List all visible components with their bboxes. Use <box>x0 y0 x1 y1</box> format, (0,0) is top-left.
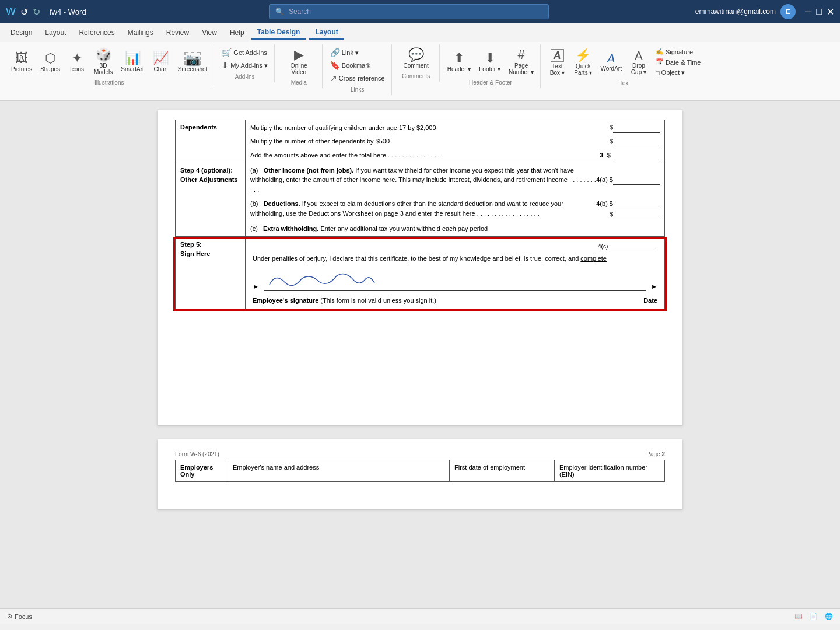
title-bar: W ↺ ↻ fw4 - Word 🔍 Search emmawitman@gma… <box>0 0 840 23</box>
close-button[interactable]: ✕ <box>827 6 834 18</box>
btn-shapes[interactable]: ⬡ Shapes <box>37 50 63 74</box>
step4b: (b) Deductions. If you expect to claim d… <box>250 199 660 219</box>
btn-header[interactable]: ⬆ Header ▾ <box>444 50 474 74</box>
word-logo-icon: W <box>6 6 16 18</box>
btn-get-addins[interactable]: 🛒 Get Add-ins <box>219 47 270 58</box>
tab-view[interactable]: View <box>196 26 223 39</box>
addins-label: Add-ins <box>235 74 255 80</box>
step5-container: Step 5: Sign Here 4(c) <box>175 237 665 311</box>
btn-object[interactable]: □ Object ▾ <box>653 68 704 78</box>
row-total: Add the amounts above and enter the tota… <box>250 150 660 160</box>
title-bar-right: emmawitman@gmail.com E ─ □ ✕ <box>695 4 834 19</box>
tab-mailings[interactable]: Mailings <box>122 26 159 39</box>
btn-icons[interactable]: ✦ Icons <box>65 50 89 74</box>
text-box-icon: A <box>551 49 564 62</box>
page-number-icon: # <box>517 48 524 61</box>
btn-drop-cap[interactable]: A DropCap ▾ <box>627 48 650 77</box>
tab-review[interactable]: Review <box>160 26 195 39</box>
tab-design[interactable]: Design <box>5 26 38 39</box>
header-footer-buttons: ⬆ Header ▾ ⬇ Footer ▾ # PageNumber ▾ <box>444 47 537 77</box>
btn-3d-models[interactable]: 🎲 3DModels <box>91 47 116 77</box>
btn-bookmark[interactable]: 🔖 Bookmark <box>327 60 388 71</box>
tab-table-design[interactable]: Table Design <box>251 26 306 40</box>
btn-quick-parts[interactable]: ⚡ QuickParts ▾ <box>571 47 595 78</box>
group-comments: 💬 Comment Comments <box>393 44 440 82</box>
page-1: Dependents Multiply the number of qualif… <box>158 110 682 425</box>
group-addins: 🛒 Get Add-ins ⬇ My Add-ins ▾ Add-ins <box>215 44 274 82</box>
wordart-icon: A <box>607 52 615 64</box>
object-icon: □ <box>656 69 660 76</box>
btn-wordart[interactable]: A WordArt <box>597 51 625 74</box>
group-links: 🔗 Link ▾ 🔖 Bookmark ↗ Cross-reference Li… <box>324 44 392 95</box>
tab-help[interactable]: Help <box>224 26 250 39</box>
online-video-icon: ▶ <box>294 48 304 61</box>
btn-online-video[interactable]: ▶ OnlineVideo <box>287 47 310 77</box>
illustrations-buttons: 🖼 Pictures ⬡ Shapes ✦ Icons 🎲 3DModels 📊 <box>8 47 210 77</box>
btn-signature[interactable]: ✍ Signature <box>653 47 704 57</box>
btn-date-time[interactable]: 📅 Date & Time <box>653 57 704 67</box>
status-bar-right: 📖 📄 🌐 <box>794 612 833 620</box>
group-media: ▶ OnlineVideo Media <box>276 44 323 88</box>
employers-label-cell: Employers Only <box>176 460 228 482</box>
maximize-button[interactable]: □ <box>816 6 822 17</box>
screenshot-icon: 📷 <box>184 52 201 65</box>
step5-content-cell: 4(c) Under penalties of perjury, I decla… <box>246 237 665 310</box>
chart-icon: 📈 <box>153 52 169 65</box>
ribbon-content: 🖼 Pictures ⬡ Shapes ✦ Icons 🎲 3DModels 📊 <box>0 42 840 100</box>
row-dependents: Multiply the number of other dependents … <box>250 136 660 147</box>
sig-line <box>264 268 646 291</box>
dependents-content-cell: Multiply the number of qualifying childr… <box>246 120 665 163</box>
group-header-footer: ⬆ Header ▾ ⬇ Footer ▾ # PageNumber ▾ Hea… <box>441 44 541 88</box>
table-row: Dependents Multiply the number of qualif… <box>176 120 665 163</box>
page2-header: Form W-6 (2021) Page 2 <box>175 451 665 457</box>
table-row-step4: Step 4 (optional): Other Adjustments (a)… <box>176 163 665 236</box>
search-icon: 🔍 <box>275 8 284 16</box>
get-addins-icon: 🛒 <box>222 48 232 57</box>
my-addins-icon: ⬇ <box>222 61 229 70</box>
header-footer-label: Header & Footer <box>469 79 512 86</box>
sign-here-label: Sign Here <box>180 249 240 259</box>
step5-label: Step 5: <box>180 240 240 250</box>
tab-references[interactable]: References <box>73 26 120 39</box>
step5-label-cell: Step 5: Sign Here <box>176 237 246 310</box>
step4c-ref: 4(c) <box>253 242 657 251</box>
view-read-mode[interactable]: 📖 <box>794 612 803 620</box>
btn-pictures[interactable]: 🖼 Pictures <box>8 50 35 74</box>
illustrations-label: Illustrations <box>94 79 124 86</box>
first-date-cell: First date of employment <box>450 460 555 482</box>
drop-cap-icon: A <box>635 50 642 61</box>
step5-table: Step 5: Sign Here 4(c) <box>175 237 665 311</box>
links-label: Links <box>351 86 364 93</box>
undo-button[interactable]: ↺ <box>20 6 28 18</box>
icons-icon: ✦ <box>72 52 82 65</box>
btn-page-number[interactable]: # PageNumber ▾ <box>506 47 537 77</box>
btn-cross-reference[interactable]: ↗ Cross-reference <box>327 72 388 84</box>
form-content: Dependents Multiply the number of qualif… <box>175 120 665 311</box>
search-placeholder: Search <box>289 8 311 16</box>
view-print-layout[interactable]: 📄 <box>810 612 818 620</box>
btn-text-box[interactable]: A TextBox ▾ <box>545 47 569 78</box>
tab-table-layout[interactable]: Layout <box>309 26 344 40</box>
row-children: Multiply the number of qualifying childr… <box>250 123 660 133</box>
minimize-button[interactable]: ─ <box>805 6 811 17</box>
tab-layout[interactable]: Layout <box>39 26 72 39</box>
status-bar: ⊙ Focus 📖 📄 🌐 <box>0 608 840 624</box>
btn-footer[interactable]: ⬇ Footer ▾ <box>476 50 503 74</box>
view-web-layout[interactable]: 🌐 <box>825 612 833 620</box>
avatar[interactable]: E <box>780 4 796 19</box>
footer-icon: ⬇ <box>485 52 495 65</box>
focus-label[interactable]: ⊙ Focus <box>7 612 32 620</box>
btn-smartart[interactable]: 📊 SmartArt <box>118 50 146 74</box>
btn-comment[interactable]: 💬 Comment <box>400 47 431 71</box>
title-bar-center: 🔍 Search <box>128 4 690 19</box>
ribbon: Design Layout References Mailings Review… <box>0 23 840 101</box>
media-label: Media <box>291 79 307 86</box>
btn-link[interactable]: 🔗 Link ▾ <box>327 47 388 58</box>
search-bar[interactable]: 🔍 Search <box>269 4 549 19</box>
btn-screenshot[interactable]: 📷 Screenshot <box>175 50 211 74</box>
sig-area: ► ► <box>253 268 657 291</box>
redo-button[interactable]: ↻ <box>33 6 40 18</box>
shapes-icon: ⬡ <box>45 52 56 65</box>
btn-chart[interactable]: 📈 Chart <box>149 50 173 74</box>
btn-my-addins[interactable]: ⬇ My Add-ins ▾ <box>219 60 270 71</box>
